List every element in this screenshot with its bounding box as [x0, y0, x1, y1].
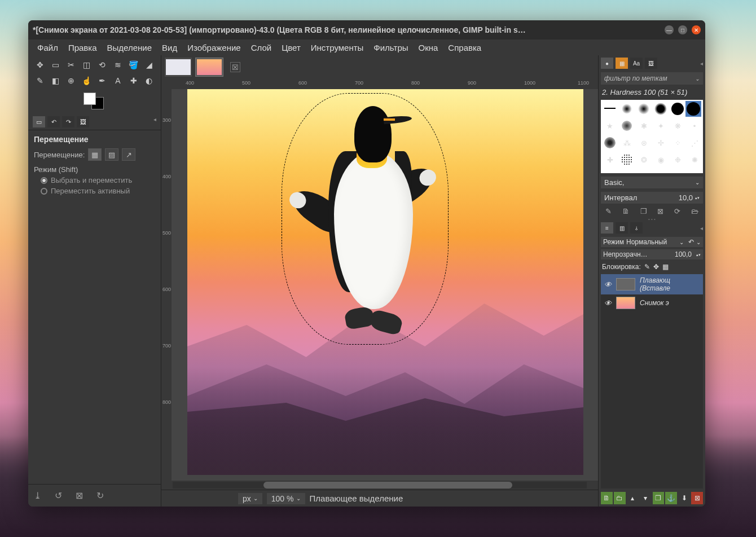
channels-tab-icon[interactable]: ▥ — [616, 222, 628, 234]
open-brush-icon[interactable]: 🗁 — [691, 207, 698, 215]
unit-selector[interactable]: px ⌄ — [238, 493, 262, 504]
tab-tool-options-icon[interactable]: ▭ — [33, 116, 45, 127]
brush-preset[interactable] — [619, 152, 635, 168]
color-swatch[interactable] — [83, 93, 104, 109]
brush-preset[interactable]: ✺ — [687, 152, 702, 168]
brush-preset[interactable] — [636, 101, 652, 117]
menu-view[interactable]: Вид — [157, 41, 182, 55]
brush-preset-selected[interactable] — [685, 101, 701, 117]
brush-preset[interactable] — [619, 101, 635, 117]
brush-grid[interactable]: ★ ✱ ✦ ❋ • ⁂ ⊛ ✢ ⁘ ⋰ ✚ ❂ ◉ ❉ ✺ — [601, 100, 703, 173]
pencil-tool-icon[interactable]: ✎ — [33, 73, 47, 88]
close-button[interactable]: ✕ — [692, 25, 701, 34]
close-tab-icon[interactable]: ☒ — [230, 62, 240, 72]
menu-help[interactable]: Справка — [443, 41, 486, 55]
bucket-tool-icon[interactable]: 🪣 — [126, 58, 141, 72]
move-tool-icon[interactable]: ✥ — [33, 58, 47, 72]
visibility-icon[interactable]: 👁 — [604, 299, 612, 307]
brush-preset[interactable]: ⋰ — [687, 135, 702, 151]
lock-alpha-icon[interactable]: ▦ — [662, 263, 669, 271]
layer-opacity-row[interactable]: Непрозрачн… 100,0 ▴▾ — [601, 249, 703, 259]
menu-layer[interactable]: Слой — [247, 41, 276, 55]
lock-position-icon[interactable]: ✥ — [653, 263, 659, 271]
brush-preset[interactable]: ⁘ — [670, 135, 685, 151]
healing-tool-icon[interactable]: ✚ — [126, 73, 141, 88]
brush-preset[interactable] — [602, 135, 618, 151]
paths-tab-icon[interactable]: ⫰ — [630, 222, 643, 234]
smudge-tool-icon[interactable]: ☝ — [80, 73, 94, 88]
brush-preset[interactable]: • — [687, 118, 702, 134]
new-group-icon[interactable]: 🗀 — [614, 492, 626, 504]
brush-preset[interactable]: ❂ — [636, 152, 652, 168]
text-tool-icon[interactable]: A — [111, 73, 125, 88]
tab-device-icon[interactable]: ↶ — [47, 116, 60, 127]
brushes-tab-icon[interactable]: ● — [601, 58, 613, 69]
menu-image[interactable]: Изображение — [183, 41, 245, 55]
brush-preset[interactable]: ❉ — [670, 152, 685, 168]
path-tool-icon[interactable]: ✒ — [95, 73, 110, 88]
radio-pick-layer[interactable]: Выбрать и переместить — [41, 176, 155, 184]
move-mode-layer-icon[interactable]: ▦ — [88, 148, 102, 161]
restore-preset-icon[interactable]: ↺ — [55, 490, 62, 501]
dodge-tool-icon[interactable]: ◐ — [142, 73, 156, 88]
layers-tab-icon[interactable]: ≡ — [601, 222, 613, 234]
brush-preset-select[interactable]: Basic,⌄ — [601, 177, 703, 188]
visibility-icon[interactable]: 👁 — [604, 280, 612, 289]
menu-filters[interactable]: Фильтры — [369, 41, 412, 55]
rotate-tool-icon[interactable]: ⟲ — [95, 58, 110, 72]
delete-preset-icon[interactable]: ⊠ — [76, 490, 83, 501]
brush-preset[interactable]: ✢ — [653, 135, 669, 151]
brush-preset[interactable] — [670, 101, 685, 117]
brush-spacing[interactable]: Интервал 10,0 ▴▾ — [601, 192, 703, 204]
brush-preset[interactable]: ✚ — [602, 152, 618, 168]
menu-tools[interactable]: Инструменты — [306, 41, 368, 55]
gradient-tool-icon[interactable]: ◢ — [142, 58, 156, 72]
tab-undo-icon[interactable]: ↷ — [62, 116, 74, 127]
brush-preset[interactable]: ❋ — [670, 118, 685, 134]
scrollbar-thumb[interactable] — [263, 482, 512, 488]
menu-file[interactable]: Файл — [33, 41, 63, 55]
canvas-area[interactable] — [172, 89, 598, 481]
titlebar[interactable]: *[Снимок экрана от 2021-03-08 20-05-53] … — [28, 20, 705, 39]
image-tab-1[interactable] — [165, 58, 192, 77]
save-preset-icon[interactable]: ⤓ — [34, 490, 41, 501]
brush-preset[interactable] — [653, 101, 669, 117]
lock-pixels-icon[interactable]: ✎ — [644, 263, 650, 271]
tab-images-icon[interactable]: 🖼 — [77, 116, 89, 127]
brush-preset[interactable]: ✦ — [653, 118, 669, 134]
eraser-tool-icon[interactable]: ◧ — [49, 73, 63, 88]
layer-item-floating[interactable]: 👁 Плавающ (Вставле — [601, 274, 703, 294]
merge-layer-icon[interactable]: ⬇ — [678, 492, 690, 504]
menu-color[interactable]: Цвет — [277, 41, 305, 55]
vertical-ruler[interactable]: 300 400 500 600 700 800 — [161, 89, 172, 481]
foreground-color-icon[interactable] — [83, 93, 96, 105]
rect-select-tool-icon[interactable]: ▭ — [49, 58, 63, 72]
raise-layer-icon[interactable]: ▴ — [627, 492, 639, 504]
maximize-button[interactable]: □ — [678, 25, 687, 34]
duplicate-brush-icon[interactable]: ❐ — [640, 207, 647, 215]
lower-layer-icon[interactable]: ▾ — [640, 492, 652, 504]
minimize-button[interactable]: — — [665, 25, 674, 34]
menu-select[interactable]: Выделение — [103, 41, 156, 55]
free-select-tool-icon[interactable]: ✂ — [64, 58, 78, 72]
anchor-layer-icon[interactable]: ⚓ — [665, 492, 677, 504]
brush-preset[interactable] — [619, 118, 635, 134]
layer-item-background[interactable]: 👁 Снимок э — [601, 294, 703, 311]
new-layer-icon[interactable]: 🗎 — [601, 492, 613, 504]
horizontal-scrollbar[interactable] — [161, 481, 598, 490]
refresh-brush-icon[interactable]: ⟳ — [674, 207, 680, 215]
brush-preset[interactable] — [602, 101, 618, 117]
brush-filter[interactable]: фильтр по меткам⌄ — [601, 72, 703, 85]
brush-preset[interactable]: ✱ — [636, 118, 652, 134]
layer-mode-row[interactable]: Режим Нормальный ⌄ ↶⌄ — [601, 237, 703, 247]
history-tab-icon[interactable]: 🖼 — [645, 58, 657, 69]
brush-preset[interactable]: ⊛ — [636, 135, 652, 151]
radio-move-active[interactable]: Переместить активный — [41, 187, 155, 195]
reset-preset-icon[interactable]: ↻ — [96, 490, 104, 501]
ruler-corner[interactable] — [161, 79, 172, 89]
move-mode-path-icon[interactable]: ↗ — [122, 148, 135, 161]
floating-selection-penguin[interactable] — [283, 95, 447, 343]
dock-menu-icon[interactable]: ◂ — [153, 116, 156, 127]
horizontal-ruler[interactable]: 400 500 600 700 800 900 1000 1100 — [172, 79, 598, 89]
delete-layer-icon[interactable]: ⊠ — [691, 492, 703, 504]
